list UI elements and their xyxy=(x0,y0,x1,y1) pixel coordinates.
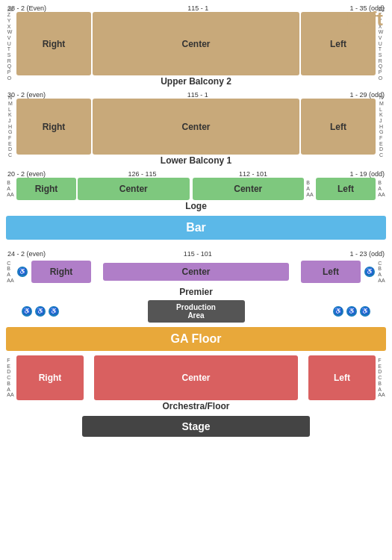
premier-right-block[interactable]: Left xyxy=(301,261,361,283)
upper-balcony2-header: 38 - 2 (Even) 115 - 1 1 - 35 (odd) xyxy=(6,4,386,12)
orch-left-block[interactable]: Right xyxy=(16,355,84,400)
bar-block[interactable]: Bar xyxy=(6,216,386,240)
premier-label: Premier xyxy=(6,287,386,297)
loge-right-letters: BAAA xyxy=(377,178,386,200)
orchestra-label: Orchestra/Floor xyxy=(6,401,386,411)
ub2-center-range: 115 - 1 xyxy=(187,4,208,12)
premier-row: CBAAA ♿ Right Center Left ♿ CB xyxy=(6,258,386,286)
premier-right-wheelchair: ♿ xyxy=(364,266,376,278)
ga-floor-block[interactable]: GA Floor xyxy=(6,327,386,351)
orch-left-letters: FEDCBAAA xyxy=(6,355,15,400)
premier-left-block[interactable]: Right xyxy=(31,261,91,283)
premier-left-range: 24 - 2 (even) xyxy=(7,250,46,258)
loge-left-range: 20 - 2 (even) xyxy=(7,170,46,178)
stage-section: Stage xyxy=(6,416,386,437)
orch-center-block[interactable]: Center xyxy=(94,355,298,400)
production-label: ProductionArea xyxy=(176,303,216,320)
upper-balcony2-label: Upper Balcony 2 xyxy=(6,76,386,87)
orch-right-block[interactable]: Left xyxy=(308,355,376,400)
wheelchair-icon-6: ♿ xyxy=(333,306,343,317)
wheelchair-icon-3: ♿ xyxy=(22,306,32,317)
loge-section: 20 - 2 (even) 126 - 115 112 - 101 1 - 19… xyxy=(6,170,386,211)
loge-center-left-range: 126 - 115 xyxy=(128,170,156,178)
lower-balcony1-header: 30 - 2 (even) 115 - 1 1 - 29 (odd) xyxy=(6,91,386,99)
left-wheelchair-group: ♿ ♿ ♿ xyxy=(21,305,60,317)
upper-balcony2-row: ZZZYXWVUTSRQPO Right Center Left ZZZYXWV… xyxy=(6,12,386,75)
loge-left-block[interactable]: Right xyxy=(16,178,76,200)
lb1-left-letters: NMLKJHGFEDC xyxy=(6,99,15,155)
lb1-left-range: 30 - 2 (even) xyxy=(7,91,46,99)
orchestra-row: FEDCBAAA Right Center Left FEDCBAAA xyxy=(6,355,386,400)
premier-center-block[interactable]: Center xyxy=(103,263,289,281)
loge-left-letters: BAAA xyxy=(6,178,15,200)
lower-balcony1-row: NMLKJHGFEDC Right Center Left NMLKJHGFED… xyxy=(6,99,386,155)
bar-section: Bar xyxy=(6,216,386,240)
loge-right-range: 1 - 19 (odd) xyxy=(349,170,385,178)
production-block: ProductionArea xyxy=(148,300,245,323)
venue-map: 38 - 2 (Even) 115 - 1 1 - 35 (odd) ZZZYX… xyxy=(0,0,392,560)
loge-header: 20 - 2 (even) 126 - 115 112 - 101 1 - 19… xyxy=(6,170,386,178)
lb1-left-block[interactable]: Right xyxy=(16,99,91,155)
lb1-center-range: 115 - 1 xyxy=(187,91,208,99)
loge-row: BAAA Right Center Center BAAA Left BAAA xyxy=(6,178,386,200)
upper-balcony2-section: 38 - 2 (Even) 115 - 1 1 - 35 (odd) ZZZYX… xyxy=(6,4,386,87)
ub2-center-block[interactable]: Center xyxy=(93,12,299,75)
wheelchair-icon-1: ♿ xyxy=(17,267,28,277)
wheelchair-icon-7: ♿ xyxy=(346,306,357,317)
loge-label: Loge xyxy=(6,201,386,211)
lb1-right-block[interactable]: Left xyxy=(301,99,376,155)
orch-right-letters: FEDCBAAA xyxy=(377,355,386,400)
loge-center-left-block[interactable]: Center xyxy=(78,178,190,200)
loge-center-right-block[interactable]: Center xyxy=(193,178,305,200)
premier-left-wheelchair: ♿ xyxy=(16,266,28,278)
premier-right-letters: CBAAA xyxy=(377,261,386,284)
right-wheelchair-group: ♿ ♿ ♿ xyxy=(332,305,371,317)
production-row: ♿ ♿ ♿ ProductionArea ♿ ♿ ♿ xyxy=(6,300,386,323)
ga-floor-section: GA Floor xyxy=(6,327,386,351)
wheelchair-icon-8: ♿ xyxy=(360,306,370,317)
loge-right-letters-mid: BAAA xyxy=(305,178,314,200)
lower-balcony1-label: Lower Balcony 1 xyxy=(6,155,386,166)
orchestra-section: FEDCBAAA Right Center Left FEDCBAAA Orch… xyxy=(6,355,386,411)
lower-balcony1-section: 30 - 2 (even) 115 - 1 1 - 29 (odd) NMLKJ… xyxy=(6,91,386,166)
premier-left-letters: CBAAA xyxy=(6,261,15,284)
loge-right-block[interactable]: Left xyxy=(316,178,376,200)
wheelchair-icon-5: ♿ xyxy=(49,306,59,317)
wheelchair-icon-2: ♿ xyxy=(364,267,375,277)
lb1-center-block[interactable]: Center xyxy=(93,99,299,155)
ub2-left-letters: ZZZYXWVUTSRQPO xyxy=(6,12,15,75)
wheelchair-icon-4: ♿ xyxy=(35,306,46,317)
loft-label: Loft xyxy=(346,9,383,28)
lb1-right-letters: NMLKJHGFEDC xyxy=(377,99,386,155)
premier-header: 24 - 2 (even) 115 - 101 1 - 23 (odd) xyxy=(6,250,386,258)
stage-block: Stage xyxy=(82,416,310,437)
ub2-left-block[interactable]: Right xyxy=(16,12,91,75)
premier-center-range: 115 - 101 xyxy=(184,250,212,258)
premier-section: 24 - 2 (even) 115 - 101 1 - 23 (odd) CBA… xyxy=(6,250,386,297)
premier-right-range: 1 - 23 (odd) xyxy=(349,250,385,258)
loge-center-right-range: 112 - 101 xyxy=(239,170,267,178)
